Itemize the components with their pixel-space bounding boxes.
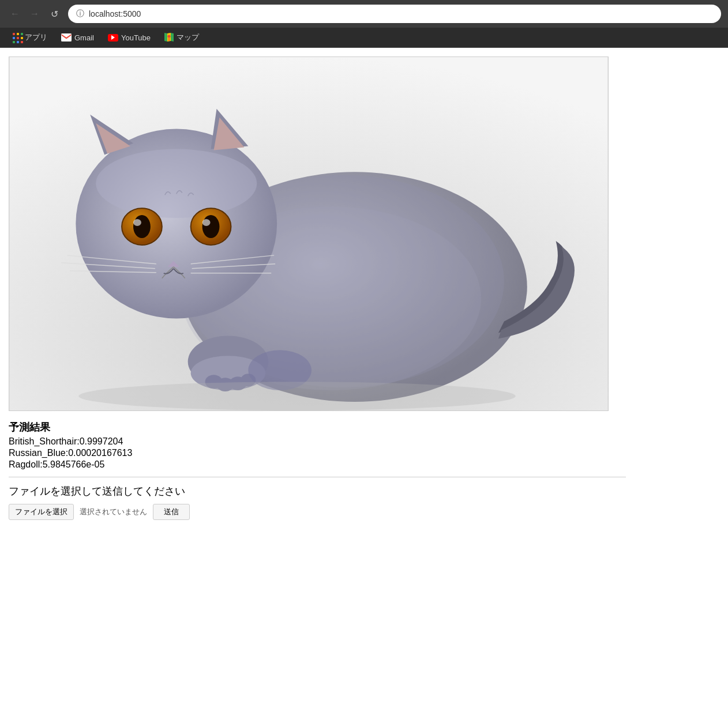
youtube-play-icon <box>111 35 115 40</box>
apps-grid-icon <box>13 33 22 42</box>
security-info-icon: ⓘ <box>76 9 84 19</box>
no-file-label: 選択されていません <box>80 507 147 517</box>
file-choose-button[interactable]: ファイルを選択 <box>9 504 74 520</box>
maps-label: マップ <box>177 32 199 43</box>
url-input[interactable] <box>89 9 713 18</box>
apps-label: アプリ <box>25 32 47 43</box>
svg-point-37 <box>78 382 516 410</box>
upload-section: ファイルを選択して送信してください ファイルを選択 選択されていません 送信 <box>9 484 626 520</box>
youtube-label: YouTube <box>121 33 151 42</box>
forward-button[interactable]: → <box>27 6 43 22</box>
prediction-section: 予測結果 British_Shorthair:0.9997204 Russian… <box>9 420 626 470</box>
svg-point-27 <box>202 215 220 238</box>
section-divider <box>9 477 626 477</box>
svg-point-23 <box>133 215 151 238</box>
browser-chrome: ← → ↺ ⓘ アプリ <box>0 0 728 48</box>
prediction-item-1: British_Shorthair:0.9997204 <box>9 436 626 447</box>
svg-point-21 <box>96 149 257 218</box>
submit-button[interactable]: 送信 <box>153 504 190 520</box>
maps-icon <box>164 33 174 42</box>
svg-point-3 <box>168 35 171 38</box>
bookmark-gmail[interactable]: Gmail <box>55 31 100 44</box>
refresh-button[interactable]: ↺ <box>46 6 62 22</box>
bookmark-youtube[interactable]: YouTube <box>102 31 156 44</box>
prediction-title: 予測結果 <box>9 420 626 434</box>
upload-title: ファイルを選択して送信してください <box>9 484 626 498</box>
address-bar[interactable]: ⓘ <box>68 5 721 23</box>
gmail-icon <box>61 33 72 42</box>
bookmarks-bar: アプリ Gmail YouTube <box>0 28 728 48</box>
gmail-label: Gmail <box>74 33 94 42</box>
browser-toolbar: ← → ↺ ⓘ <box>0 0 728 28</box>
youtube-icon <box>108 34 118 42</box>
bookmark-apps[interactable]: アプリ <box>7 30 53 45</box>
svg-point-28 <box>202 219 211 226</box>
upload-controls: ファイルを選択 選択されていません 送信 <box>9 504 626 520</box>
page-content: 予測結果 British_Shorthair:0.9997204 Russian… <box>0 48 635 529</box>
prediction-item-3: Ragdoll:5.9845766e-05 <box>9 459 626 470</box>
cat-image-container <box>9 56 609 411</box>
svg-point-24 <box>133 219 141 226</box>
bookmark-maps[interactable]: マップ <box>159 30 205 45</box>
cat-image <box>9 57 608 410</box>
nav-buttons: ← → ↺ <box>7 6 62 22</box>
cat-svg <box>9 57 608 410</box>
back-button[interactable]: ← <box>7 6 23 22</box>
prediction-item-2: Russian_Blue:0.00020167613 <box>9 448 626 458</box>
